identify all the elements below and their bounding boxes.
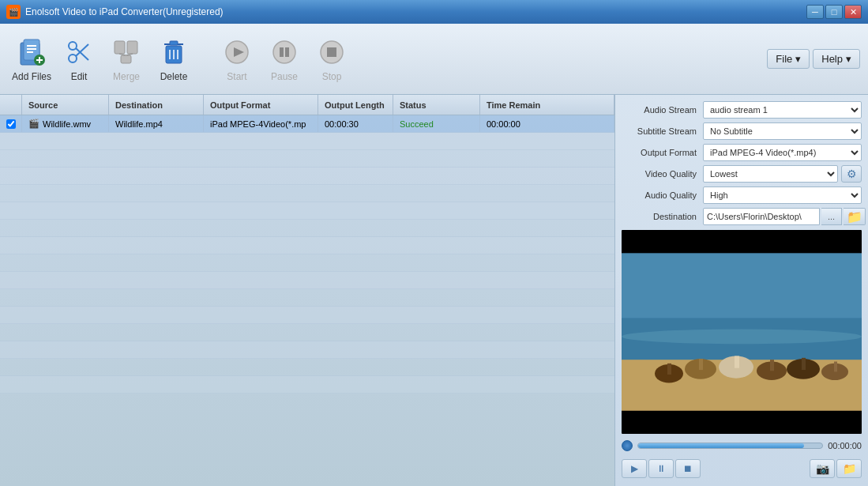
playback-controls: ▶ ⏸ ⏹ 📷 📁 [622, 458, 862, 480]
table-row-empty [0, 376, 614, 394]
output-format-row: Output Format iPad MPEG-4 Video(*.mp4) [622, 144, 862, 161]
toolbar: Add Files Edit Merge [0, 24, 868, 95]
table-row-empty [0, 324, 614, 341]
svg-rect-40 [694, 363, 699, 375]
svg-rect-29 [327, 47, 336, 57]
th-source: Source [22, 95, 109, 115]
svg-rect-19 [170, 41, 178, 45]
svg-rect-31 [622, 411, 862, 434]
audio-quality-label: Audio Quality [622, 190, 697, 200]
stop-button[interactable]: Stop [308, 29, 355, 89]
edit-button[interactable]: Edit [55, 29, 103, 89]
app-icon: 🎬 [6, 5, 21, 19]
svg-rect-47 [770, 360, 774, 371]
table-row[interactable]: 🎬 Wildlife.wmv Wildlife.mp4 iPad MPEG-4V… [0, 115, 614, 133]
pause-icon: ⏸ [656, 463, 666, 474]
progress-circle [622, 440, 633, 451]
menu-buttons: File ▾ Help ▾ [767, 49, 860, 69]
progress-time: 00:00:00 [828, 441, 862, 450]
svg-rect-41 [699, 359, 703, 370]
td-checkbox [0, 115, 22, 132]
start-button[interactable]: Start [213, 29, 261, 89]
td-source: 🎬 Wildlife.wmv [22, 115, 109, 132]
help-menu-label: Help [821, 53, 843, 65]
table-row-empty [0, 185, 614, 202]
file-menu-label: File [776, 53, 792, 65]
delete-button[interactable]: Delete [150, 29, 197, 89]
audio-quality-select[interactable]: HighMediumLow [703, 186, 862, 204]
table-row-empty [0, 289, 614, 307]
screenshot-button[interactable]: 📷 [810, 459, 835, 478]
pause-playback-button[interactable]: ⏸ [648, 459, 674, 478]
play-button[interactable]: ▶ [622, 459, 647, 478]
app-title: Enolsoft Video to iPad Converter(Unregis… [25, 6, 806, 17]
svg-rect-46 [765, 364, 769, 376]
progress-track[interactable] [637, 443, 823, 449]
svg-line-16 [126, 54, 133, 55]
close-button[interactable]: ✕ [844, 5, 862, 19]
file-menu-button[interactable]: File ▾ [767, 49, 810, 69]
destination-control: ... 📁 [703, 208, 866, 225]
svg-rect-43 [729, 360, 734, 375]
progress-area: 00:00:00 [622, 439, 862, 453]
video-quality-row: Video Quality LowestLowMediumHighHighest… [622, 165, 862, 183]
svg-point-34 [622, 329, 862, 344]
td-time-remain: 00:00:00 [480, 115, 614, 132]
pause-button[interactable]: Pause [261, 29, 308, 89]
merge-button[interactable]: Merge [103, 29, 150, 89]
subtitle-stream-select[interactable]: No Subtitle [703, 122, 862, 140]
svg-point-8 [69, 55, 77, 62]
settings-area: Audio Stream audio stream 1 Subtitle Str… [622, 101, 862, 225]
svg-rect-12 [115, 41, 125, 54]
svg-rect-52 [829, 365, 833, 377]
stop-label: Stop [322, 71, 342, 82]
delete-label: Delete [160, 71, 188, 82]
right-panel: Audio Stream audio stream 1 Subtitle Str… [615, 95, 868, 486]
help-menu-arrow: ▾ [846, 53, 851, 65]
subtitle-stream-row: Subtitle Stream No Subtitle [622, 122, 862, 140]
start-icon [221, 36, 253, 68]
gear-button[interactable]: ⚙ [841, 165, 862, 183]
scissors-icon [63, 36, 95, 68]
output-format-select[interactable]: iPad MPEG-4 Video(*.mp4) [703, 144, 862, 161]
minimize-button[interactable]: ─ [806, 5, 824, 19]
restore-button[interactable]: □ [825, 5, 843, 19]
titlebar: 🎬 Enolsoft Video to iPad Converter(Unreg… [0, 0, 868, 24]
stop-playback-button[interactable]: ⏹ [675, 459, 701, 478]
subtitle-stream-label: Subtitle Stream [622, 126, 697, 136]
table-row-empty [0, 254, 614, 272]
audio-stream-select[interactable]: audio stream 1 [703, 101, 862, 119]
table-header: Source Destination Output Format Output … [0, 95, 614, 115]
svg-rect-50 [802, 358, 806, 370]
stop-icon [316, 36, 348, 68]
delete-icon [158, 36, 190, 68]
table-row-empty [0, 341, 614, 359]
destination-input[interactable] [703, 208, 820, 225]
open-folder-button[interactable]: 📁 [836, 459, 862, 478]
table-row-empty [0, 202, 614, 220]
table-row-empty [0, 168, 614, 185]
th-output-length: Output Length [318, 95, 393, 115]
progress-fill [638, 443, 804, 448]
destination-label: Destination [622, 212, 697, 221]
subtitle-stream-control: No Subtitle [703, 122, 862, 140]
svg-point-25 [273, 41, 295, 63]
table-row-empty [0, 220, 614, 237]
stop-icon: ⏹ [683, 463, 693, 474]
destination-dots-button[interactable]: ... [821, 208, 842, 225]
video-frame [622, 230, 862, 434]
pause-icon [269, 36, 300, 68]
help-menu-button[interactable]: Help ▾ [813, 49, 860, 69]
svg-line-15 [119, 54, 126, 55]
open-folder-icon: 📁 [843, 462, 856, 475]
svg-rect-38 [667, 364, 671, 375]
video-quality-select[interactable]: LowestLowMediumHighHighest [703, 165, 838, 183]
svg-rect-30 [622, 230, 862, 253]
table-row-empty [0, 359, 614, 376]
add-files-button[interactable]: Add Files [8, 29, 55, 89]
destination-folder-button[interactable]: 📁 [844, 208, 866, 225]
th-time-remain: Time Remain [480, 95, 614, 115]
row-checkbox[interactable] [6, 119, 16, 129]
audio-stream-row: Audio Stream audio stream 1 [622, 101, 862, 119]
add-files-icon [16, 36, 47, 68]
